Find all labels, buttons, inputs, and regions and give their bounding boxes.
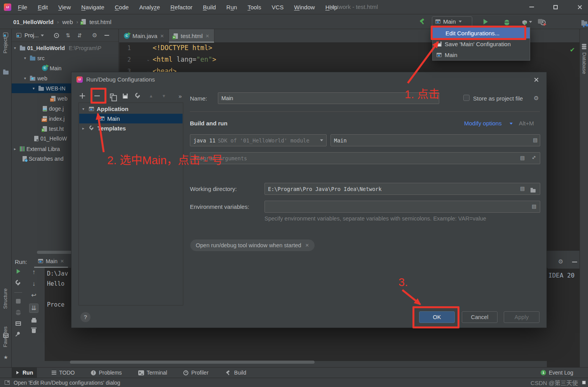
breadcrumb-web[interactable]: web	[62, 19, 73, 25]
menu-window[interactable]: Window	[294, 4, 315, 10]
debug-icon[interactable]	[504, 20, 509, 25]
toolwindow-label-structure[interactable]: Structure	[2, 288, 8, 309]
menu-vcs[interactable]: VCS	[271, 4, 284, 10]
hide-toolwindow-icon[interactable]	[572, 259, 577, 264]
hide-panel-icon[interactable]	[104, 33, 109, 38]
add-configuration-button[interactable]	[78, 92, 87, 100]
scroll-to-end-icon[interactable]: ⇊	[29, 304, 38, 313]
config-group-templates[interactable]: ▸ Templates	[79, 123, 183, 133]
breadcrumb-project[interactable]: 01_HelloWorld	[13, 19, 54, 25]
code-line-1[interactable]: <!DOCTYPE html>	[153, 44, 212, 52]
clear-console-icon[interactable]	[32, 329, 36, 333]
project-toolwindow-icon[interactable]	[3, 33, 8, 37]
close-tab-icon[interactable]: ✕	[160, 33, 164, 39]
store-checkbox-label[interactable]: Store as project file	[473, 95, 523, 102]
run-console-tab[interactable]: Main ✕	[34, 255, 68, 268]
modify-options-link[interactable]: Modify options	[464, 120, 502, 127]
close-tab-icon[interactable]: ✕	[205, 33, 209, 39]
toolwindow-tab-build[interactable]: Build	[221, 368, 250, 378]
folder-icon[interactable]	[3, 71, 9, 75]
main-class-input[interactable]	[331, 134, 540, 146]
menu-tools[interactable]: Tools	[247, 4, 261, 10]
open-run-window-chip[interactable]: Open run/debug tool window when started …	[190, 239, 315, 251]
gear-icon[interactable]: ⚙	[558, 258, 563, 265]
macro-icon[interactable]	[532, 203, 536, 209]
close-button[interactable]	[571, 0, 588, 14]
run-actions-chevron-icon[interactable]	[529, 21, 532, 23]
locate-file-icon[interactable]	[54, 33, 59, 38]
menu-code[interactable]: Code	[115, 4, 129, 10]
menu-navigate[interactable]: Navigate	[81, 4, 104, 10]
close-tab-icon[interactable]: ✕	[60, 259, 64, 264]
toolwindow-label-favorites[interactable]: Favorites	[2, 326, 8, 347]
expand-all-icon[interactable]: ⇅	[66, 32, 71, 38]
coverage-icon[interactable]	[522, 20, 527, 25]
macro-icon[interactable]	[520, 186, 525, 191]
event-log-button[interactable]: 1 Event Log	[537, 368, 577, 378]
macro-icon[interactable]	[520, 155, 525, 161]
status-message[interactable]: Open 'Edit Run/Debug configurations' dia…	[14, 380, 120, 386]
store-as-project-file-checkbox[interactable]	[463, 95, 470, 101]
jdk-combobox[interactable]: java 11 SDK of '01_HelloWorld' module	[190, 134, 327, 146]
up-stack-icon[interactable]: ↑	[32, 269, 35, 276]
run-icon[interactable]	[484, 19, 488, 24]
apply-button[interactable]: Apply	[504, 311, 539, 323]
cancel-button[interactable]: Cancel	[462, 311, 498, 323]
tree-item-src[interactable]: ▾ src	[12, 53, 119, 63]
code-line-2[interactable]: <html lang="en">	[153, 56, 216, 63]
minimize-button[interactable]	[523, 0, 540, 14]
project-structure-icon[interactable]	[581, 21, 587, 26]
soft-wrap-icon[interactable]: ↩	[31, 292, 36, 299]
edit-configuration-icon[interactable]	[16, 280, 21, 286]
macro-icon[interactable]	[533, 137, 538, 143]
rerun-icon[interactable]	[16, 269, 20, 274]
tab-test-html[interactable]: H test.html ✕	[169, 29, 214, 43]
maximize-button[interactable]	[547, 0, 564, 14]
layout-icon[interactable]	[16, 321, 21, 326]
dialog-close-button[interactable]	[534, 77, 539, 83]
remove-chip-icon[interactable]: ✕	[305, 243, 309, 248]
config-item-main[interactable]: Main	[79, 114, 183, 123]
pin-icon[interactable]	[16, 331, 20, 335]
print-icon[interactable]	[31, 319, 37, 323]
toolwindow-label-database[interactable]: Database	[581, 52, 587, 74]
toolwindow-tab-problems[interactable]: Problems	[87, 368, 125, 378]
menu-refactor[interactable]: Refactor	[170, 4, 193, 10]
breadcrumb-file[interactable]: test.html	[89, 19, 111, 25]
build-hammer-icon[interactable]	[419, 18, 426, 25]
save-configuration-button[interactable]	[121, 92, 129, 100]
gear-icon[interactable]: ⚙	[534, 95, 539, 102]
toolwindow-tab-terminal[interactable]: Terminal	[134, 368, 171, 378]
menu-view[interactable]: View	[58, 4, 71, 10]
tab-main-java[interactable]: Main.java ✕	[119, 29, 169, 43]
scrollbar-horizontal[interactable]	[70, 361, 315, 364]
working-directory-input[interactable]	[264, 183, 540, 195]
toolwindow-tab-run[interactable]: Run	[12, 368, 37, 378]
collapse-all-icon[interactable]: ⇅	[77, 32, 82, 38]
menu-build[interactable]: Build	[203, 4, 216, 10]
browse-folder-icon[interactable]	[531, 189, 536, 193]
program-arguments-input[interactable]	[190, 152, 540, 164]
menu-file[interactable]: File	[18, 4, 27, 10]
edit-templates-button[interactable]	[134, 92, 142, 100]
menu-analyze[interactable]: Analyze	[139, 4, 160, 10]
menu-item-main[interactable]: Main	[433, 49, 530, 60]
more-actions-button[interactable]: »	[176, 92, 184, 100]
copy-configuration-button[interactable]	[108, 92, 116, 100]
menu-run[interactable]: Run	[226, 4, 237, 10]
project-view-selector[interactable]: Proj...	[24, 32, 39, 38]
gear-icon[interactable]: ⚙	[92, 32, 97, 39]
fold-marker-icon[interactable]: ⌄	[146, 57, 150, 62]
inspections-ok-icon[interactable]: ✔	[570, 46, 575, 54]
down-stack-icon[interactable]: ↓	[32, 280, 35, 287]
run-console-right[interactable]: IDEA 20	[547, 269, 579, 367]
menu-item-save-configuration[interactable]: Save 'Main' Configuration	[433, 38, 530, 49]
help-button[interactable]: ?	[80, 312, 90, 322]
toolwindow-tab-todo[interactable]: TODO	[48, 368, 78, 378]
environment-variables-input[interactable]	[264, 201, 540, 213]
resize-grip[interactable]	[582, 381, 586, 384]
tree-item-project-root[interactable]: ▾ 01_HelloWorld E:\Program\P	[12, 43, 119, 53]
menu-edit[interactable]: Edit	[38, 4, 48, 10]
toolwindow-tab-profiler[interactable]: Profiler	[179, 368, 212, 378]
toolwindow-label-project[interactable]: Project	[2, 38, 8, 53]
